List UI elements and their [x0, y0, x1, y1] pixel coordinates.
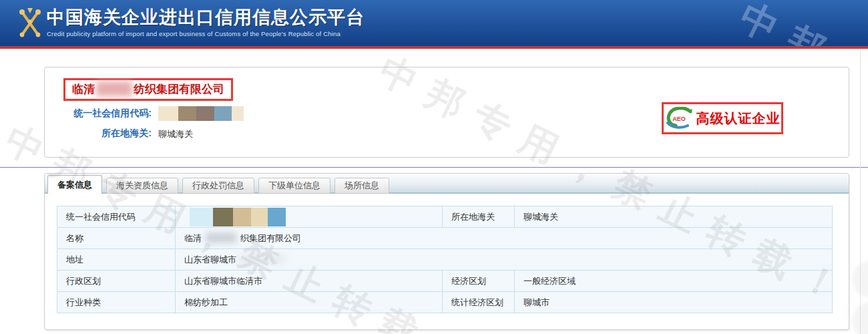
tab-administrative-penalty-info[interactable]: 行政处罚信息 [182, 178, 254, 194]
page: 中国海关企业进出口信用信息公示平台 Credit publicity platf… [0, 0, 868, 334]
aeo-badge-label: 高级认证企业 [696, 110, 781, 128]
svg-text:AEO: AEO [672, 116, 686, 122]
credit-code-cell-value [176, 206, 443, 228]
redacted-name-blur [206, 232, 236, 243]
page-title: 中国海关企业进出口信用信息公示平台 [47, 5, 365, 29]
economic-zone-cell-value: 一般经济区域 [515, 271, 833, 292]
admin-division-cell-value: 山东省聊城市临清市 [176, 271, 443, 292]
table-row: 行业种类 棉纺纱加工 统计经济区划 聊城市 [57, 292, 833, 313]
name-cell-label: 名称 [57, 228, 176, 249]
redacted-name-blur [96, 81, 132, 96]
industry-cell-label: 行业种类 [57, 292, 176, 313]
table-row: 行政区划 山东省聊城市临清市 经济区划 一般经济区域 [57, 271, 833, 292]
customs-cell-label: 所在地海关 [443, 206, 515, 228]
redacted-credit-code [158, 106, 244, 121]
header-red-strip [0, 46, 868, 49]
credit-code-label: 统一社会信用代码: [45, 108, 152, 120]
customs-label: 所在地海关: [45, 128, 152, 140]
table-row: 统一社会信用代码 所在地海关 聊城海关 [57, 206, 833, 228]
redacted-address-blur [238, 255, 286, 264]
separator-line [0, 167, 868, 168]
tab-list: 备案信息 海关资质信息 行政处罚信息 下级单位信息 场所信息 [47, 175, 389, 194]
tab-filing-info[interactable]: 备案信息 [47, 175, 102, 194]
page-subtitle: Credit publicity platform of import and … [47, 30, 365, 37]
filing-info-table: 统一社会信用代码 所在地海关 聊城海关 名称 临清织集团有限公司 地址 山东省聊… [57, 206, 833, 313]
address-cell-value: 山东省聊城市 [176, 249, 833, 271]
company-name-highlight-box: 临清纺织集团有限公司 [63, 78, 233, 101]
economic-zone-cell-label: 经济区划 [443, 271, 515, 292]
title-block: 中国海关企业进出口信用信息公示平台 Credit publicity platf… [47, 5, 365, 37]
stat-economic-zone-cell-label: 统计经济区划 [443, 292, 515, 313]
customs-cell-value: 聊城海关 [515, 206, 833, 228]
detail-panel: 备案信息 海关资质信息 行政处罚信息 下级单位信息 场所信息 统一社会信用代码 … [44, 173, 849, 330]
address-cell-label: 地址 [57, 249, 176, 271]
aeo-badge-highlight-box: AEO 高级认证企业 [662, 102, 783, 134]
company-summary-panel: 临清纺织集团有限公司 统一社会信用代码: 所在地海关: 聊城海关 AEO 高级认… [44, 67, 849, 158]
company-name: 临清纺织集团有限公司 [72, 83, 224, 96]
aeo-logo-icon: AEO [665, 107, 693, 130]
tab-customs-qualification-info[interactable]: 海关资质信息 [106, 178, 178, 194]
customs-value: 聊城海关 [158, 128, 193, 140]
table-row: 地址 山东省聊城市 [57, 249, 833, 271]
admin-division-cell-label: 行政区划 [57, 271, 176, 292]
redacted-credit-code [190, 208, 286, 226]
table-row: 名称 临清织集团有限公司 [57, 228, 833, 249]
industry-cell-value: 棉纺纱加工 [176, 292, 443, 313]
site-header: 中国海关企业进出口信用信息公示平台 Credit publicity platf… [0, 0, 868, 46]
page-edge-line [860, 49, 861, 334]
stat-economic-zone-cell-value: 聊城市 [515, 292, 833, 313]
tab-subordinate-unit-info[interactable]: 下级单位信息 [258, 178, 331, 194]
credit-code-cell-label: 统一社会信用代码 [57, 206, 176, 228]
tab-premises-info[interactable]: 场所信息 [335, 178, 389, 194]
customs-emblem-icon [17, 7, 43, 39]
name-cell-value: 临清织集团有限公司 [176, 228, 833, 249]
watermark-header: 中邦专用，禁止转载！ [731, 0, 868, 46]
